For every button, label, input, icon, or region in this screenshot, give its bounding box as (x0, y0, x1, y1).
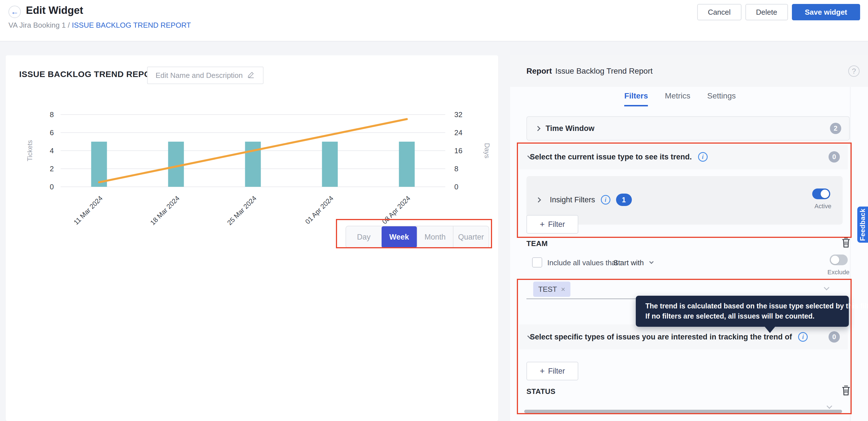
status-filter-name: STATUS (526, 387, 555, 396)
current-issue-type-title: Select the current issue type to see its… (530, 153, 692, 161)
delete-button[interactable]: Delete (745, 4, 788, 20)
insight-filters-row[interactable]: Insight Filters 1 (536, 194, 632, 206)
report-header-text: ReportIssue Backlog Trend Report (526, 66, 653, 76)
period-option-month[interactable]: Month (417, 226, 453, 248)
x-axis-label: 01 Apr 2024 (304, 194, 335, 225)
left-axis-tick: 2 (50, 165, 54, 173)
team-value-tag: TEST × (533, 282, 570, 297)
right-axis-tick: 32 (454, 110, 462, 119)
help-icon[interactable]: ? (848, 65, 860, 77)
insight-filters-label: Insight Filters (550, 196, 595, 204)
add-filter-label: Filter (548, 367, 565, 375)
tab-metrics[interactable]: Metrics (665, 91, 690, 106)
pencil-icon (247, 71, 255, 80)
add-filter-label: Filter (548, 220, 565, 229)
info-icon[interactable] (601, 195, 611, 204)
chevron-down-icon (649, 260, 654, 264)
exclude-toggle[interactable] (830, 254, 848, 265)
edit-widget-page: ← Edit Widget VA Jira Booking 1 / ISSUE … (0, 0, 868, 421)
left-axis-tick: 4 (50, 146, 54, 155)
back-button[interactable]: ← (8, 6, 21, 18)
tooltip-line1: The trend is calculated based on the iss… (645, 301, 849, 311)
chevron-right-icon (536, 197, 541, 202)
time-window-badge: 2 (830, 123, 841, 134)
trash-icon[interactable] (840, 236, 851, 249)
plus-icon: + (540, 366, 545, 376)
feedback-label: Feedback (859, 208, 867, 241)
x-axis-label: 25 Mar 2024 (226, 194, 258, 226)
bar-tickets (91, 142, 107, 187)
tag-label: TEST (538, 285, 557, 294)
current-issue-type-section-header[interactable]: Select the current issue type to see its… (519, 144, 848, 169)
save-widget-button[interactable]: Save widget (792, 4, 860, 20)
operator-dropdown[interactable]: Start with (613, 258, 653, 267)
report-panel: ReportIssue Backlog Trend Report ? Filte… (510, 55, 868, 421)
chevron-down-icon[interactable] (827, 403, 832, 409)
left-axis-label: Tickets (26, 140, 34, 161)
specific-types-section-header[interactable]: Select specific types of issues you are … (519, 325, 848, 349)
specific-types-badge: 0 (829, 331, 840, 342)
period-option-quarter[interactable]: Quarter (453, 226, 489, 248)
operator-value: Start with (613, 258, 644, 267)
bar-tickets (245, 142, 261, 187)
horizontal-scrollbar[interactable] (524, 410, 842, 413)
insight-filters-badge: 1 (616, 194, 632, 206)
left-axis-tick: 0 (50, 183, 54, 191)
trash-icon[interactable] (840, 384, 851, 397)
current-issue-type-badge: 0 (829, 151, 840, 163)
time-window-section[interactable]: Time Window 2 (526, 116, 850, 141)
page-title: Edit Widget (26, 4, 83, 17)
include-all-checkbox[interactable] (532, 257, 542, 268)
x-axis-label: 08 Apr 2024 (380, 194, 412, 225)
breadcrumb-separator: / (68, 21, 70, 29)
exclude-toggle-label: Exclude (828, 269, 849, 276)
report-tabs: Filters Metrics Settings (510, 91, 850, 106)
toggle-knob (820, 190, 829, 198)
top-header: ← Edit Widget VA Jira Booking 1 / ISSUE … (0, 0, 868, 41)
period-option-day[interactable]: Day (346, 226, 381, 248)
add-filter-button[interactable]: + Filter (526, 215, 578, 234)
right-axis-tick: 0 (454, 183, 458, 191)
tab-settings[interactable]: Settings (707, 91, 736, 106)
breadcrumb: VA Jira Booking 1 / ISSUE BACKLOG TREND … (8, 21, 191, 30)
breadcrumb-current[interactable]: ISSUE BACKLOG TREND REPORT (72, 21, 191, 29)
widget-title: ISSUE BACKLOG TREND REPORT (19, 69, 162, 79)
time-window-label: Time Window (546, 124, 594, 133)
tooltip-caret (764, 326, 776, 333)
period-selector: Day Week Month Quarter (345, 226, 489, 248)
add-filter-button[interactable]: + Filter (526, 362, 578, 381)
right-axis-tick: 24 (454, 129, 462, 137)
edit-name-description-button[interactable]: Edit Name and Description (147, 66, 264, 84)
breadcrumb-parent[interactable]: VA Jira Booking 1 (8, 21, 66, 29)
include-all-label: Include all values that : (547, 258, 622, 267)
active-toggle[interactable] (812, 189, 830, 199)
chevron-down-icon[interactable] (824, 285, 829, 290)
report-panel-header: ReportIssue Backlog Trend Report (510, 55, 868, 87)
x-axis-label: 18 Mar 2024 (149, 194, 181, 226)
header-actions: Cancel Delete Save widget (697, 4, 860, 20)
active-toggle-label: Active (814, 203, 831, 210)
chevron-right-icon (535, 126, 540, 131)
tooltip-line2: If no filters are selected, all issues w… (645, 311, 849, 321)
bar-tickets (399, 142, 415, 187)
bar-tickets (322, 142, 338, 187)
period-option-week[interactable]: Week (381, 226, 417, 248)
right-axis-tick: 16 (454, 146, 462, 155)
tag-remove-icon[interactable]: × (561, 285, 565, 294)
filter-tooltip: The trend is calculated based on the iss… (636, 296, 849, 327)
toggle-knob (831, 256, 839, 264)
right-axis-label: Days (483, 143, 491, 159)
report-header-title: Issue Backlog Trend Report (555, 66, 653, 75)
bar-tickets (168, 142, 184, 187)
cancel-button[interactable]: Cancel (697, 4, 741, 20)
left-axis-tick: 6 (50, 129, 54, 137)
right-axis-tick: 8 (454, 165, 458, 173)
x-axis-label: 11 Mar 2024 (72, 194, 104, 226)
info-icon[interactable] (798, 332, 808, 342)
tab-filters[interactable]: Filters (624, 91, 648, 106)
plus-icon: + (540, 220, 545, 229)
feedback-tab[interactable]: Feedback (857, 206, 868, 243)
widget-card: ISSUE BACKLOG TREND REPORT Edit Name and… (6, 55, 498, 421)
left-axis-tick: 8 (50, 110, 54, 119)
info-icon[interactable] (698, 152, 708, 162)
